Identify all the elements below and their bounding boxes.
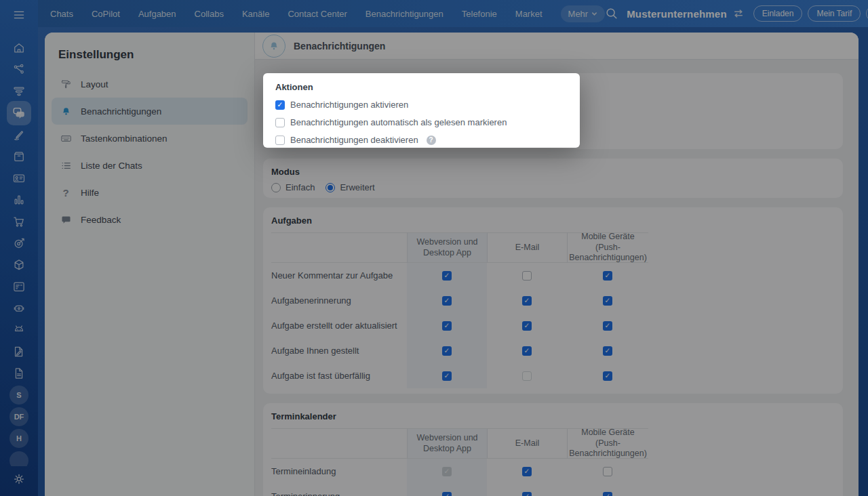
popup-option[interactable]: Benachrichtigungen deaktivieren ? bbox=[275, 135, 580, 145]
popup-option[interactable]: Benachrichtigungen automatisch als geles… bbox=[275, 117, 580, 127]
help-icon[interactable]: ? bbox=[427, 136, 436, 145]
checkbox[interactable] bbox=[275, 100, 285, 110]
checkbox[interactable] bbox=[275, 118, 285, 127]
checkbox-label: Benachrichtigungen deaktivieren bbox=[290, 135, 418, 145]
checkbox-label: Benachrichtigungen aktivieren bbox=[290, 100, 408, 110]
checkbox-label: Benachrichtigungen automatisch als geles… bbox=[290, 117, 507, 127]
aktionen-spotlight-card: Aktionen Benachrichtigungen aktivieren B… bbox=[263, 73, 580, 148]
checkbox[interactable] bbox=[275, 136, 285, 145]
popup-title: Aktionen bbox=[275, 82, 580, 92]
popup-option[interactable]: Benachrichtigungen aktivieren bbox=[275, 100, 580, 110]
